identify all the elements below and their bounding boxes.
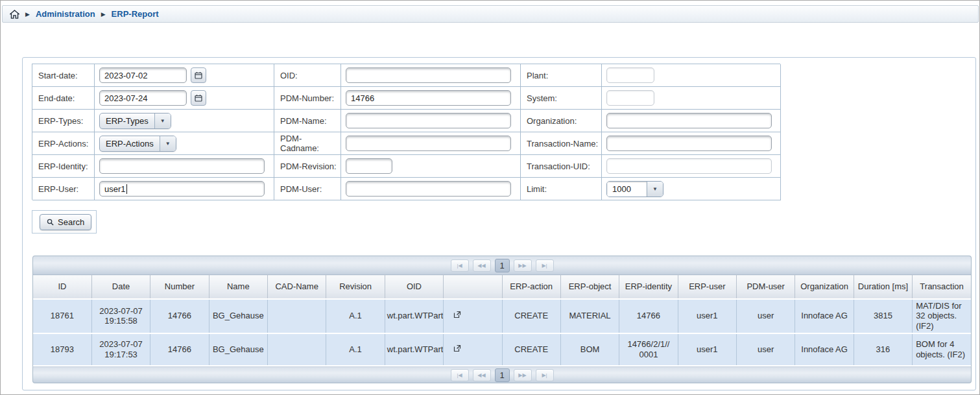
paginator-last-button[interactable]: ▶| — [536, 369, 554, 381]
paginator-page-1-button[interactable]: 1 — [495, 368, 510, 382]
col-header-erp-action[interactable]: ERP-action — [502, 275, 560, 299]
end-date-input[interactable] — [99, 90, 187, 106]
cell-id: 18793 — [33, 333, 91, 366]
pdm-name-input[interactable] — [346, 113, 511, 128]
cell-revision: A.1 — [326, 333, 385, 366]
pdm-user-input[interactable] — [346, 181, 511, 197]
search-icon — [47, 219, 54, 226]
erp-actions-dropdown-button[interactable]: ERP-Actions ▼ — [99, 136, 176, 152]
cell-erp-object: BOM — [560, 333, 619, 366]
col-header-erp-user[interactable]: ERP-user — [678, 275, 736, 299]
limit-select[interactable]: 1000 ▼ — [606, 181, 663, 197]
cell-erp-object: MATERIAL — [560, 299, 619, 334]
erp-user-input[interactable] — [99, 181, 265, 197]
col-header-erp-identity[interactable]: ERP-identity — [619, 275, 678, 299]
oid-label: OID: — [274, 64, 341, 87]
chevron-down-icon: ▼ — [160, 136, 176, 151]
system-input[interactable] — [606, 90, 654, 106]
col-header-pdm-user[interactable]: PDM-user — [737, 275, 795, 299]
transaction-name-label: Transaction-Name: — [521, 132, 602, 155]
col-header-erp-object[interactable]: ERP-object — [560, 275, 619, 299]
start-date-label: Start-date: — [32, 64, 95, 87]
col-header-date[interactable]: Date — [91, 275, 150, 299]
transaction-uid-label: Transaction-UID: — [521, 155, 602, 178]
end-date-label: End-date: — [32, 87, 95, 110]
erp-actions-dropdown-label: ERP-Actions — [100, 136, 160, 151]
col-header-link — [444, 275, 502, 299]
table-body-wrap: ID Date Number Name CAD-Name Revision OI… — [32, 274, 972, 366]
start-date-input[interactable] — [99, 67, 187, 83]
organization-label: Organization: — [521, 110, 602, 132]
erp-identity-label: ERP-Identity: — [32, 155, 95, 178]
pdm-number-label: PDM-Number: — [274, 87, 341, 110]
cell-pdm-user: user — [737, 299, 795, 334]
oid-input[interactable] — [346, 67, 511, 83]
cell-erp-action: CREATE — [502, 299, 560, 334]
text-cursor — [126, 184, 127, 194]
breadcrumb-link-erp-report[interactable]: ERP-Report — [112, 9, 159, 19]
breadcrumb: ▶ Administration ▶ ERP-Report — [2, 5, 979, 23]
paginator-next-button[interactable]: ▶▶ — [514, 259, 532, 272]
col-header-revision[interactable]: Revision — [326, 275, 385, 299]
paginator-bottom: |◀ ◀◀ 1 ▶▶ ▶| — [32, 366, 972, 383]
col-header-transaction[interactable]: Transaction — [913, 275, 971, 299]
paginator-prev-button[interactable]: ◀◀ — [473, 369, 491, 381]
search-button-box: Search — [32, 210, 97, 233]
col-header-duration[interactable]: Duration [ms] — [854, 275, 912, 299]
col-header-cad-name[interactable]: CAD-Name — [268, 275, 326, 299]
cell-open-link — [444, 299, 502, 334]
cell-open-link — [444, 333, 502, 366]
results-table: |◀ ◀◀ 1 ▶▶ ▶| ID Date Number — [32, 256, 972, 383]
col-header-number[interactable]: Number — [150, 275, 209, 299]
cell-oid: wt.part.WTPart — [385, 333, 443, 366]
cell-revision: A.1 — [326, 299, 385, 334]
erp-identity-input[interactable] — [99, 158, 265, 174]
cell-organization: Innoface AG — [795, 299, 854, 334]
col-header-name[interactable]: Name — [209, 275, 267, 299]
transaction-uid-input[interactable] — [606, 158, 772, 174]
calendar-icon — [195, 94, 202, 102]
col-header-oid[interactable]: OID — [385, 275, 443, 299]
start-date-calendar-button[interactable] — [191, 67, 206, 83]
cell-id: 18761 — [33, 299, 91, 334]
cell-number: 14766 — [150, 333, 209, 366]
cell-date: 2023-07-07 19:15:58 — [91, 299, 150, 334]
cell-pdm-user: user — [737, 333, 795, 366]
pdm-cadname-label: PDM-Cadname: — [274, 132, 341, 155]
cell-cad-name — [268, 299, 326, 334]
paginator-prev-button[interactable]: ◀◀ — [473, 259, 491, 272]
paginator-page-1-button[interactable]: 1 — [495, 259, 510, 272]
transaction-name-input[interactable] — [606, 136, 772, 151]
paginator-first-button[interactable]: |◀ — [451, 259, 469, 272]
breadcrumb-link-administration[interactable]: Administration — [36, 9, 95, 19]
chevron-down-icon: ▼ — [154, 114, 171, 128]
plant-label: Plant: — [521, 64, 602, 87]
table-header-row: ID Date Number Name CAD-Name Revision OI… — [33, 275, 971, 299]
table-row[interactable]: 18761 2023-07-07 19:15:58 14766 BG_Gehau… — [33, 299, 971, 334]
external-link-icon[interactable] — [453, 311, 461, 318]
paginator-last-button[interactable]: ▶| — [536, 259, 554, 272]
search-button[interactable]: Search — [40, 214, 91, 230]
pdm-revision-input[interactable] — [346, 158, 392, 174]
end-date-calendar-button[interactable] — [191, 90, 206, 106]
pdm-cadname-input[interactable] — [346, 136, 511, 151]
paginator-top: |◀ ◀◀ 1 ▶▶ ▶| — [32, 256, 972, 274]
cell-name: BG_Gehause — [209, 333, 267, 366]
organization-input[interactable] — [606, 113, 772, 128]
home-icon[interactable] — [10, 10, 19, 19]
cell-organization: Innoface AG — [795, 333, 854, 366]
limit-selected-value: 1000 — [607, 182, 647, 197]
table-row[interactable]: 18793 2023-07-07 19:17:53 14766 BG_Gehau… — [33, 333, 971, 366]
breadcrumb-separator-icon: ▶ — [25, 11, 30, 18]
cell-name: BG_Gehause — [209, 299, 267, 334]
paginator-next-button[interactable]: ▶▶ — [514, 369, 532, 381]
plant-input[interactable] — [606, 67, 654, 83]
external-link-icon[interactable] — [453, 344, 461, 352]
search-form: Start-date: OID: Plant: — [32, 64, 780, 200]
erp-types-dropdown-button[interactable]: ERP-Types ▼ — [99, 113, 171, 129]
col-header-organization[interactable]: Organization — [795, 275, 854, 299]
cell-erp-user: user1 — [678, 333, 736, 366]
col-header-id[interactable]: ID — [33, 275, 91, 299]
pdm-number-input[interactable] — [346, 90, 511, 106]
paginator-first-button[interactable]: |◀ — [451, 369, 469, 381]
